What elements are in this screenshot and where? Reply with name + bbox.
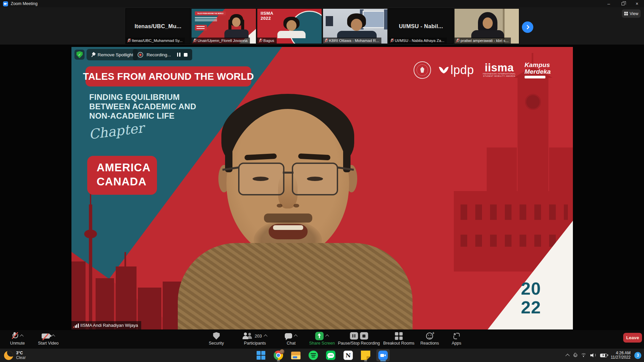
year-label: 20 22 [521, 279, 541, 317]
participant-label: KBRI Ottawa - Mohamad R... [323, 38, 381, 44]
main-stage: 20 22 TALES FROM AROUND THE WORLD FINDIN… [0, 45, 644, 330]
speaker-name-label: IISMA Andi Rahadiyan Wijaya [71, 321, 141, 329]
pause-recording-button[interactable] [177, 53, 180, 57]
tray-date: 11/27/2022 [611, 355, 631, 360]
notion-icon: N [343, 351, 353, 360]
clock-tower-face [525, 94, 541, 110]
shield-icon [213, 332, 220, 340]
america-canada-badge: AMERICA CANADA [87, 156, 157, 195]
participant-label: UI/MSU - Nabila Athaya Za... [389, 38, 447, 44]
unmute-options-caret[interactable] [20, 335, 23, 338]
leave-button[interactable]: Leave [623, 333, 642, 343]
thumbnail-bagus[interactable]: IISMA 2022 Bagus [257, 8, 322, 44]
chevron-right-icon [525, 25, 529, 29]
weather-temp: 3°C [16, 351, 26, 355]
thumbnail-pratiwi[interactable]: pratiwi amperawati - kbri s... [454, 8, 519, 44]
pause-recording-icon[interactable] [350, 332, 358, 340]
volume-icon[interactable] [590, 353, 596, 358]
sticky-notes-button[interactable] [359, 349, 372, 362]
muted-mic-icon [259, 38, 262, 43]
apps-icon [453, 333, 460, 340]
line-button[interactable]: LINE [324, 349, 337, 362]
connection-signal-icon [73, 323, 79, 328]
share-screen-icon [315, 332, 324, 340]
participants-caret[interactable] [264, 335, 267, 338]
speaker-batik-shirt [178, 243, 413, 329]
security-button[interactable]: Security [209, 331, 224, 346]
thumbnail-ui-msu[interactable]: UI/MSU - Nabil... UI/MSU - Nabila Athaya… [388, 8, 453, 44]
start-video-button[interactable]: Start Video [38, 331, 59, 346]
apps-button[interactable]: Apps [452, 331, 462, 346]
lpdp-leaf-icon [440, 65, 448, 75]
unmute-button[interactable]: Unmute [10, 331, 25, 346]
folder-icon [291, 352, 301, 359]
stop-recording-icon[interactable] [360, 332, 368, 340]
wifi-icon[interactable] [581, 353, 587, 358]
security-encryption-badge[interactable]: ✓ [74, 50, 85, 60]
share-caret[interactable] [325, 335, 329, 338]
iisma-logo: iisma INDONESIAN INTERNATIONAL STUDENT M… [483, 63, 516, 77]
sticky-notes-icon [361, 351, 370, 360]
participant-label: pratiwi amperawati - kbri s... [454, 38, 511, 44]
chat-caret[interactable] [294, 335, 298, 338]
muted-mic-icon [11, 332, 18, 340]
file-explorer-button[interactable] [289, 349, 303, 362]
ministry-emblem-logo [414, 61, 431, 79]
thumbnail-itenas-ubc[interactable]: Itenas/UBC_Mu... Itenas/UBC_Muhammad Sy.… [125, 8, 191, 44]
thumbnail-unair-upenn[interactable]: TALES FROM AROUND THE WORLD Unair/Upenn_… [191, 8, 256, 44]
slide-subtitle: FINDING EQUILIBRIUM BETWEEN ACADEMIC AND… [89, 93, 196, 121]
chrome-icon [274, 351, 283, 360]
spotify-button[interactable] [307, 349, 320, 362]
muted-mic-icon [390, 38, 394, 43]
line-icon: LINE [326, 351, 335, 360]
chrome-button[interactable] [272, 349, 285, 362]
gallery-strip: Itenas/UBC_Mu... Itenas/UBC_Muhammad Sy.… [0, 7, 644, 45]
system-tray: 4:26 AM 11/27/2022 3 [567, 349, 641, 362]
close-button[interactable]: × [630, 0, 644, 7]
chat-button[interactable]: Chat [285, 331, 298, 346]
mini-slide-banner: TALES FROM AROUND THE WORLD [195, 11, 226, 15]
participants-count: 203 [255, 334, 262, 339]
stop-recording-button[interactable] [184, 53, 187, 57]
windows-logo-icon [257, 351, 265, 360]
slide-title-banner: TALES FROM AROUND THE WORLD [86, 66, 251, 86]
muted-mic-icon [456, 38, 460, 43]
participant-label: Itenas/UBC_Muhammad Sy... [126, 38, 185, 44]
next-page-button[interactable] [522, 21, 533, 33]
weather-condition: Clear [16, 355, 26, 360]
breakout-rooms-button[interactable]: Breakout Rooms [383, 331, 414, 346]
restore-icon [622, 2, 625, 5]
view-button[interactable]: View [622, 9, 641, 18]
spotlight-video[interactable]: 20 22 TALES FROM AROUND THE WORLD FINDIN… [71, 47, 573, 329]
participant-label: Unair/Upenn_Florell Jovanna [192, 38, 250, 44]
taskbar-weather-widget[interactable]: 3°C Clear [4, 349, 26, 362]
remove-spotlight-button[interactable]: Remove Spotlight [87, 49, 138, 60]
muted-mic-icon [324, 38, 328, 43]
notion-button[interactable]: N [341, 349, 355, 362]
pause-stop-recording-button[interactable]: Pause/Stop Recording [338, 331, 380, 346]
battery-charging-icon[interactable] [600, 354, 607, 357]
cn-tower-silhouette [89, 204, 92, 329]
reactions-button[interactable]: + Reactions [420, 331, 439, 346]
chat-bubble-icon [285, 333, 292, 339]
video-options-caret[interactable] [51, 335, 55, 338]
zoom-app-icon [3, 1, 8, 6]
tray-time: 4:26 AM [611, 351, 631, 356]
meeting-toolbar: Unmute Start Video Security 203 Particip… [0, 330, 644, 349]
participants-button[interactable]: 203 Participants [243, 331, 267, 346]
smiley-icon: + [426, 333, 433, 340]
restore-button[interactable] [616, 0, 630, 7]
start-button[interactable] [254, 349, 268, 362]
zoom-meeting-window: Zoom Meeting – × Itenas/UBC_Mu... Itenas… [0, 0, 644, 362]
hidden-icons-chevron[interactable] [566, 354, 570, 358]
gallery-view-icon [624, 12, 628, 16]
taskbar-clock[interactable]: 4:26 AM 11/27/2022 [611, 351, 631, 360]
notification-badge[interactable]: 3 [634, 352, 641, 359]
zoom-camera-icon [378, 351, 388, 360]
share-screen-button[interactable]: Share Screen [309, 331, 335, 346]
tray-mic-icon[interactable] [573, 353, 577, 358]
thumbnail-kbri-ottawa[interactable]: KBRI Ottawa - Mohamad R... [323, 8, 388, 44]
zoom-taskbar-button[interactable] [376, 349, 390, 362]
taskbar-app-icons: LINE N [254, 349, 390, 362]
minimize-button[interactable]: – [602, 0, 616, 7]
